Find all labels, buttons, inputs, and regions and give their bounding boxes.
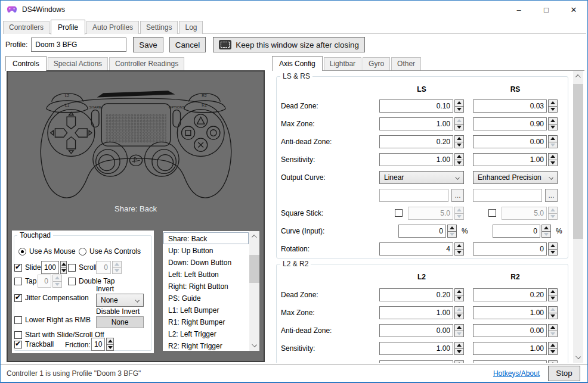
rs-square-stick-value[interactable]: 5.0 [502,207,547,220]
spin-down-icon[interactable] [541,231,551,238]
tab-other[interactable]: Other [391,57,421,70]
l2-max-zone-value[interactable]: 1.00 [379,306,453,319]
checkbox-icon[interactable] [14,316,22,324]
tab-special-actions[interactable]: Special Actions [48,57,108,70]
lower-right-rmb-checkbox[interactable]: Lower Right as RMB [14,316,91,324]
spin-down-icon[interactable] [548,295,558,302]
rs-rotation-spinner[interactable]: 0 [473,242,558,256]
checkbox-icon[interactable] [68,278,76,285]
ls-rotation-spinner[interactable]: 4 [379,242,464,256]
r2-max-zone-value[interactable]: 1.00 [473,306,547,319]
list-item[interactable]: R2: Right Trigger [163,340,249,351]
r2-sensitivity-spinner[interactable]: 1.00 [473,342,558,355]
rs-custom-curve-browse-button[interactable]: ... [545,189,558,202]
tab-lightbar[interactable]: Lightbar [324,57,361,70]
save-button[interactable]: Save [133,37,163,52]
list-item[interactable]: Right: Right Button [163,280,249,292]
spin-down-icon[interactable] [548,249,558,256]
spin-down-icon[interactable] [548,213,558,220]
rs-max-zone-value[interactable]: 0.90 [473,117,547,130]
profile-name-input[interactable]: Doom 3 BFG [31,38,126,52]
rs-rotation-value[interactable]: 0 [473,242,547,256]
trackball-checkbox[interactable]: Trackball [14,340,54,348]
ls-max-zone-value[interactable]: 1.00 [379,117,453,130]
spin-down-icon[interactable] [454,160,464,167]
scroll-sensitivity-spinner[interactable]: 0 [96,261,122,274]
ls-dead-zone-value[interactable]: 0.10 [379,99,453,113]
scroll-up-icon[interactable] [573,71,583,81]
spin-down-icon[interactable] [548,348,558,356]
double-tap-checkbox[interactable]: Double Tap [68,277,115,285]
spin-down-icon[interactable] [106,344,114,351]
cancel-button[interactable]: Cancel [169,37,206,52]
rs-curve-input-value[interactable]: 0 [493,225,540,238]
r2-dead-zone-spinner[interactable]: 0.20 [473,288,558,301]
ls-max-zone-spinner[interactable]: 1.00 [379,117,464,130]
tap-sensitivity-spinner[interactable]: 0 [38,275,62,288]
spin-down-icon[interactable] [548,160,558,167]
spin-down-icon[interactable] [454,313,464,320]
ls-square-stick-checkbox[interactable] [395,209,403,217]
friction-value[interactable]: 10 [91,338,105,351]
scrollbar-thumb[interactable] [573,84,583,239]
tab-log[interactable]: Log [179,21,203,34]
ls-curve-input-spinner[interactable]: 0 [398,225,457,238]
ls-anti-dead-zone-value[interactable]: 0.20 [379,135,453,148]
r2-sensitivity-value[interactable]: 1.00 [473,342,547,355]
spin-down-icon[interactable] [548,106,558,113]
stop-button[interactable]: Stop [548,366,580,381]
list-item[interactable]: Up: Up Button [163,244,249,256]
rs-output-curve-dropdown[interactable]: Enhanced Precision [473,171,558,184]
rs-anti-dead-zone-spinner[interactable]: 0.00 [473,135,558,148]
list-item[interactable]: Share: Back [163,232,249,244]
list-item[interactable]: R1: Right Bumper [163,316,249,328]
spin-down-icon[interactable] [454,124,464,131]
spin-down-icon[interactable] [447,231,457,238]
slide-checkbox[interactable]: Slide [14,263,41,272]
radio-icon[interactable] [79,248,86,256]
list-item[interactable]: Down: Down Button [163,256,249,268]
spin-down-icon[interactable] [112,267,122,275]
tab-controllers[interactable]: Controllers [3,21,49,34]
rs-max-zone-spinner[interactable]: 0.90 [473,117,558,130]
l2-max-zone-spinner[interactable]: 1.00 [379,306,464,319]
r2-dead-zone-value[interactable]: 0.20 [473,288,547,301]
use-as-controls-radio[interactable]: Use As Controls [79,247,141,256]
controller-diagram[interactable]: L2 L1 R2 R1 SHARE OPTIONS [13,74,259,208]
maximize-button[interactable]: □ [533,1,560,18]
ls-sensitivity-value[interactable]: 1.00 [379,153,453,166]
spin-down-icon[interactable] [454,106,464,113]
rs-square-stick-spinner[interactable]: 5.0 [502,207,558,220]
spin-down-icon[interactable] [454,213,464,220]
tab-axis-config[interactable]: Axis Config [272,56,323,71]
checkbox-icon[interactable] [14,341,22,348]
scroll-down-icon[interactable] [573,353,583,363]
scroll-value[interactable]: 0 [96,261,111,274]
r2-anti-dead-zone-value[interactable]: 0.00 [473,324,547,337]
checkbox-icon[interactable] [14,294,22,302]
list-item[interactable]: PS: Guide [163,292,249,304]
tab-controls[interactable]: Controls [5,56,47,71]
slide-value[interactable]: 100 [41,261,59,274]
list-item[interactable]: L2: Left Trigger [163,328,249,340]
rs-square-stick-checkbox[interactable] [488,209,496,217]
ls-anti-dead-zone-spinner[interactable]: 0.20 [379,135,464,148]
spin-down-icon[interactable] [454,348,464,356]
tap-checkbox[interactable]: Tap [14,277,36,285]
l2-dead-zone-spinner[interactable]: 0.20 [379,288,464,301]
checkbox-icon[interactable] [14,264,22,272]
l2-anti-dead-zone-value[interactable]: 0.00 [379,324,453,337]
rs-sensitivity-value[interactable]: 1.00 [473,153,547,166]
checkbox-icon[interactable] [68,264,76,272]
spin-down-icon[interactable] [454,249,464,256]
scroll-checkbox[interactable]: Scroll [68,263,97,272]
spin-down-icon[interactable] [548,142,558,149]
ls-square-stick-value[interactable]: 5.0 [408,207,453,220]
spin-down-icon[interactable] [548,331,558,338]
checkbox-icon[interactable] [14,331,22,339]
minimize-button[interactable]: – [505,1,533,18]
radio-icon[interactable] [18,248,26,256]
l2-anti-dead-zone-spinner[interactable]: 0.00 [379,324,464,337]
jitter-compensation-checkbox[interactable]: Jitter Compensation [14,294,89,302]
tab-profile[interactable]: Profile [51,20,85,35]
